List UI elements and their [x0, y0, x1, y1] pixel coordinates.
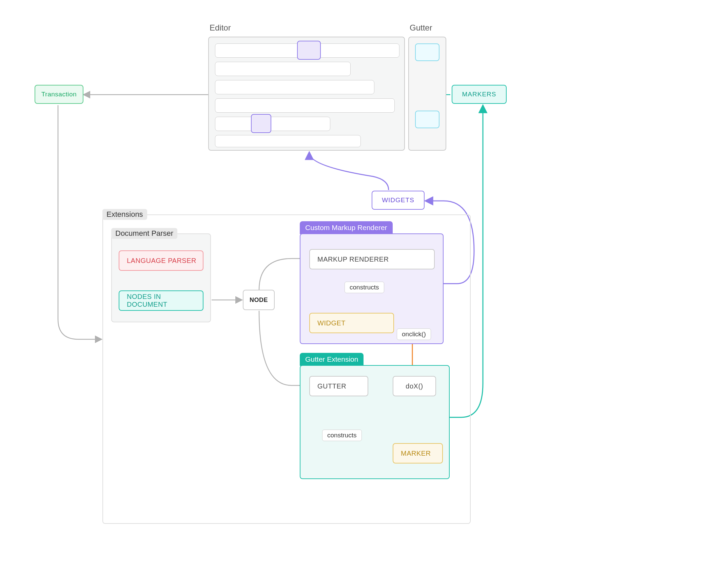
editor-title: Editor: [210, 23, 231, 33]
document-parser-title: Document Parser: [111, 228, 177, 239]
onclick-label: onclick(): [397, 328, 431, 340]
editor-line: [215, 62, 351, 76]
cmr-title: Custom Markup Renderer: [305, 224, 387, 232]
nodes-in-document-label: NODES IN DOCUMENT: [127, 293, 203, 308]
transaction-node: Transaction: [35, 85, 83, 104]
cmr-constructs-label: constructs: [345, 282, 384, 293]
editor-panel: Editor: [208, 37, 405, 151]
widgets-node: WIDGETS: [372, 191, 425, 210]
gext-header: Gutter Extension: [300, 353, 364, 366]
markup-renderer-label: MARKUP RENDERER: [317, 255, 389, 263]
editor-line: [215, 117, 330, 131]
gutter-marker-tile: [415, 43, 439, 61]
markers-label: MARKERS: [462, 91, 496, 98]
editor-line: [215, 135, 361, 147]
editor-widget-inline: [297, 41, 321, 60]
editor-line: [215, 98, 395, 113]
dox-label: doX(): [406, 382, 423, 390]
nodes-in-document-node: NODES IN DOCUMENT: [119, 290, 203, 311]
extensions-title: Extensions: [102, 209, 147, 220]
marker-node: MARKER: [393, 443, 443, 463]
document-parser-container: Document Parser LANGUAGE PARSER NODES IN…: [111, 233, 211, 322]
cmr-header: Custom Markup Renderer: [300, 221, 393, 234]
node-box: NODE: [243, 290, 275, 310]
gutter-panel: Gutter: [408, 37, 446, 151]
gutter-extension-container: Gutter Extension GUTTER doX() constructs…: [300, 365, 450, 479]
gutter-title: Gutter: [410, 23, 432, 33]
custom-markup-renderer-container: Custom Markup Renderer MARKUP RENDERER c…: [300, 233, 444, 344]
markers-node: MARKERS: [452, 85, 507, 104]
widget-label: WIDGET: [317, 319, 346, 327]
gutter-node: GUTTER: [309, 376, 368, 396]
markup-renderer-node: MARKUP RENDERER: [309, 249, 435, 269]
editor-widget-inline: [251, 114, 271, 133]
editor-line: [215, 80, 374, 94]
gext-title: Gutter Extension: [305, 355, 358, 363]
marker-label: MARKER: [401, 450, 431, 457]
widgets-label: WIDGETS: [382, 196, 414, 204]
transaction-label: Transaction: [41, 91, 77, 98]
dox-node: doX(): [393, 376, 436, 396]
gutter-marker-tile: [415, 111, 439, 128]
diagram-canvas: Editor Gutter Transaction MARKERS WIDGET…: [0, 0, 705, 588]
gext-constructs-label: constructs: [322, 430, 362, 441]
language-parser-label: LANGUAGE PARSER: [127, 257, 196, 265]
widget-node: WIDGET: [309, 313, 394, 333]
language-parser-node: LANGUAGE PARSER: [119, 250, 203, 271]
node-label: NODE: [250, 297, 268, 304]
gutter-label: GUTTER: [317, 382, 346, 390]
